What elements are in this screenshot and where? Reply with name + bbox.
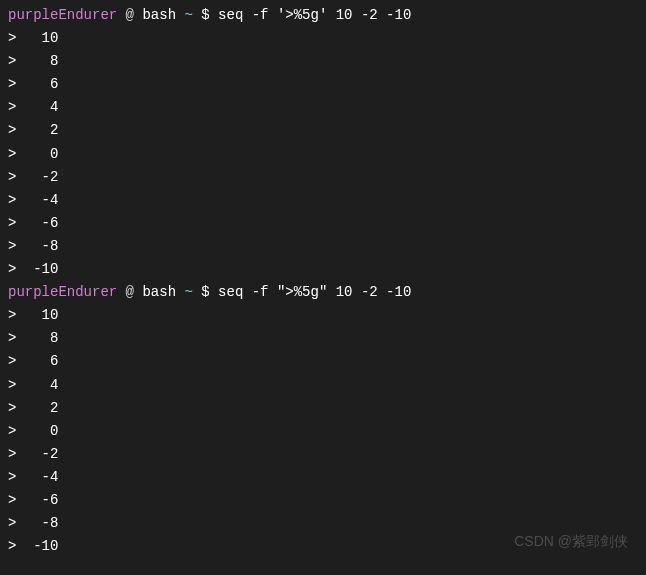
output-line: > -6 [8, 212, 638, 235]
output-line: > 8 [8, 50, 638, 73]
output-block-1: > 10> 8> 6> 4> 2> 0> -2> -4> -6> -8> -10 [8, 27, 638, 281]
at-symbol: @ [117, 284, 142, 300]
output-line: > -8 [8, 235, 638, 258]
output-line: > 0 [8, 420, 638, 443]
shell-name: bash [142, 284, 176, 300]
prompt-line-2[interactable]: purpleEndurer @ bash ~ $ seq -f ">%5g" 1… [8, 281, 638, 304]
output-line: > -4 [8, 466, 638, 489]
prompt-line-1[interactable]: purpleEndurer @ bash ~ $ seq -f '>%5g' 1… [8, 4, 638, 27]
username: purpleEndurer [8, 284, 117, 300]
output-line: > 4 [8, 374, 638, 397]
output-line: > 6 [8, 350, 638, 373]
output-line: > -2 [8, 443, 638, 466]
at-symbol: @ [117, 7, 142, 23]
output-line: > 0 [8, 143, 638, 166]
watermark-text: CSDN @紫郢剑侠 [514, 530, 628, 553]
command-text: seq -f ">%5g" 10 -2 -10 [218, 284, 411, 300]
output-line: > -2 [8, 166, 638, 189]
dollar-sign: $ [201, 7, 218, 23]
output-line: > -6 [8, 489, 638, 512]
output-line: > 6 [8, 73, 638, 96]
username: purpleEndurer [8, 7, 117, 23]
path: ~ [176, 7, 201, 23]
output-block-2: > 10> 8> 6> 4> 2> 0> -2> -4> -6> -8> -10 [8, 304, 638, 558]
dollar-sign: $ [201, 284, 218, 300]
output-line: > -4 [8, 189, 638, 212]
output-line: > 10 [8, 27, 638, 50]
path: ~ [176, 284, 201, 300]
command-text: seq -f '>%5g' 10 -2 -10 [218, 7, 411, 23]
output-line: > 10 [8, 304, 638, 327]
output-line: > 4 [8, 96, 638, 119]
output-line: > 2 [8, 397, 638, 420]
shell-name: bash [142, 7, 176, 23]
output-line: > 8 [8, 327, 638, 350]
output-line: > 2 [8, 119, 638, 142]
output-line: > -10 [8, 258, 638, 281]
